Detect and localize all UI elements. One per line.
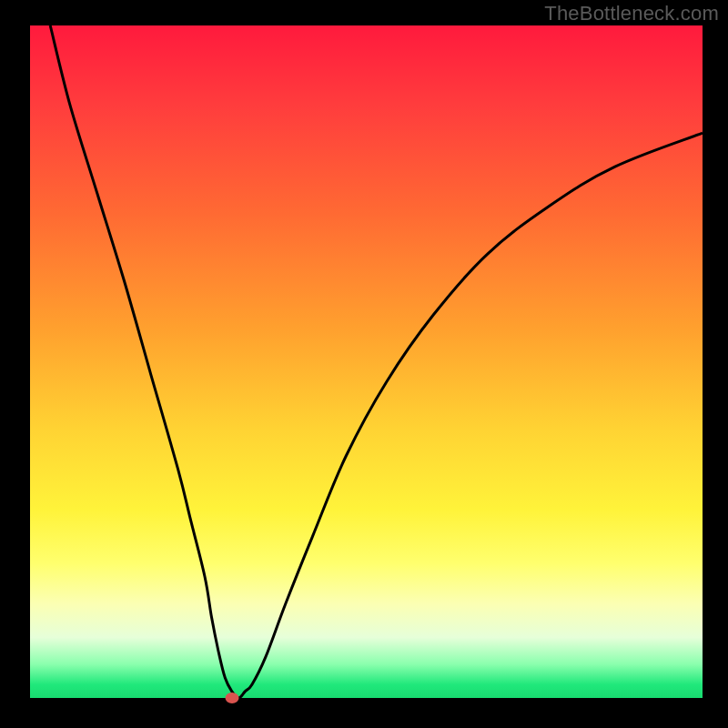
watermark-text: TheBottleneck.com [544,2,719,25]
optimal-point-marker [225,693,238,703]
chart-frame: TheBottleneck.com [0,0,728,728]
bottleneck-curve [30,25,703,698]
plot-area [30,25,703,698]
curve-path [50,25,703,698]
